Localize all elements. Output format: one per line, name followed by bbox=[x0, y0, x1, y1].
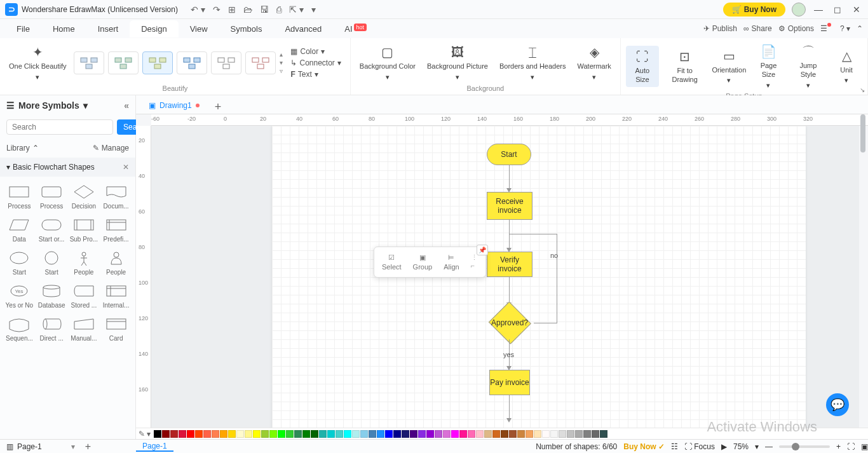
text-dropdown[interactable]: F Text ▾ bbox=[287, 69, 344, 80]
color-swatch[interactable] bbox=[311, 430, 318, 438]
help-button[interactable]: ? ▾ bbox=[840, 24, 850, 33]
page-setup-expand-icon[interactable]: ↘ bbox=[860, 86, 865, 93]
color-swatch[interactable] bbox=[327, 430, 335, 438]
shape-startor[interactable]: Start or... bbox=[36, 213, 67, 245]
color-swatch[interactable] bbox=[459, 430, 467, 438]
color-swatch[interactable] bbox=[592, 430, 599, 438]
shape-process[interactable]: Process bbox=[36, 180, 67, 212]
open-icon[interactable]: 🗁 bbox=[243, 4, 252, 15]
collapse-ribbon-button[interactable]: ⌃ bbox=[857, 24, 863, 33]
shape-subpro[interactable]: Sub Pro... bbox=[69, 213, 100, 245]
color-swatch[interactable] bbox=[583, 430, 591, 438]
zoom-level[interactable]: 75% bbox=[733, 442, 749, 451]
menu-advanced[interactable]: Advanced bbox=[273, 20, 333, 37]
save-icon[interactable]: 🖫 bbox=[260, 4, 269, 15]
connector-dropdown[interactable]: ↳ Connector ▾ bbox=[287, 57, 344, 69]
flowchart-start[interactable]: Start bbox=[487, 144, 531, 165]
menu-view[interactable]: View bbox=[179, 20, 219, 37]
scrollbar-thumb[interactable] bbox=[860, 114, 865, 152]
print-icon[interactable]: ⎙ bbox=[276, 4, 281, 15]
color-swatch[interactable] bbox=[385, 430, 393, 438]
color-swatch[interactable] bbox=[261, 430, 269, 438]
shape-predefi[interactable]: Predefi... bbox=[100, 213, 132, 245]
fc-arrow-1[interactable] bbox=[509, 165, 510, 191]
style-next-icon[interactable]: ▾ bbox=[280, 59, 283, 66]
float-pin-icon[interactable]: 📌 bbox=[477, 245, 488, 255]
style-preset-4[interactable] bbox=[177, 51, 207, 74]
more-qat-icon[interactable]: ▾ bbox=[311, 4, 316, 15]
page-dropdown-icon[interactable]: ▾ bbox=[71, 442, 75, 451]
menu-insert[interactable]: Insert bbox=[86, 20, 130, 37]
style-preset-6[interactable] bbox=[245, 51, 276, 74]
flowchart-receive[interactable]: Receive invoice bbox=[487, 192, 532, 220]
menu-home[interactable]: Home bbox=[41, 20, 86, 37]
buy-now-button[interactable]: 🛒 Buy Now bbox=[723, 3, 785, 17]
style-preset-1[interactable] bbox=[74, 51, 104, 74]
color-swatch[interactable] bbox=[492, 430, 500, 438]
layers-icon[interactable]: ☷ bbox=[671, 442, 678, 451]
color-swatch[interactable] bbox=[319, 430, 327, 438]
menu-design[interactable]: Design bbox=[130, 20, 178, 37]
color-swatch[interactable] bbox=[468, 430, 475, 438]
color-swatch[interactable] bbox=[484, 430, 492, 438]
color-swatch[interactable] bbox=[154, 430, 161, 438]
background-color-button[interactable]: ▢Background Color ▾ bbox=[356, 41, 419, 84]
color-swatch[interactable] bbox=[236, 430, 244, 438]
shape-data[interactable]: Data bbox=[4, 213, 35, 245]
menu-file[interactable]: File bbox=[5, 20, 41, 37]
page-tab[interactable]: Page-1 bbox=[136, 442, 173, 452]
page-select[interactable]: Page-1 bbox=[17, 442, 42, 451]
fit-drawing-button[interactable]: ⊡Fit to Drawing bbox=[663, 46, 707, 87]
fc-arrow-5[interactable] bbox=[509, 395, 510, 421]
close-button[interactable]: ✕ bbox=[850, 4, 863, 15]
export-icon[interactable]: ⇱ ▾ bbox=[289, 4, 304, 15]
sidebar-collapse-icon[interactable]: « bbox=[124, 100, 129, 111]
style-preset-5[interactable] bbox=[211, 51, 241, 74]
status-buy-now[interactable]: Buy Now ✓ bbox=[623, 442, 665, 451]
style-prev-icon[interactable]: ▴ bbox=[280, 51, 283, 58]
page-list-icon[interactable]: ▥ bbox=[6, 442, 13, 451]
chat-bubble-button[interactable]: 💬 bbox=[826, 393, 849, 416]
manage-button[interactable]: ✎ Manage bbox=[93, 144, 129, 152]
color-swatch[interactable] bbox=[187, 430, 194, 438]
menu-ai[interactable]: AIhot bbox=[333, 20, 378, 37]
color-swatch[interactable] bbox=[253, 430, 261, 438]
flowchart-verify[interactable]: Verify invoice bbox=[487, 252, 532, 277]
color-swatch[interactable] bbox=[286, 430, 294, 438]
color-swatch[interactable] bbox=[212, 430, 219, 438]
color-dropdown[interactable]: ▦ Color ▾ bbox=[287, 46, 344, 57]
fc-no-h1[interactable] bbox=[534, 323, 557, 323]
flowchart-approved[interactable]: Approved? bbox=[485, 306, 534, 339]
add-tab-button[interactable]: + bbox=[210, 100, 227, 114]
auto-size-button[interactable]: ⛶Auto Size bbox=[626, 46, 659, 87]
shape-internal[interactable]: Internal... bbox=[100, 280, 132, 311]
redo-icon[interactable]: ↷ bbox=[213, 4, 220, 15]
focus-mode-button[interactable]: ⛶ Focus bbox=[684, 442, 715, 451]
undo-icon[interactable]: ↶ ▾ bbox=[191, 4, 205, 15]
style-preset-3[interactable] bbox=[142, 51, 173, 74]
color-swatch[interactable] bbox=[501, 430, 508, 438]
color-swatch[interactable] bbox=[245, 430, 252, 438]
color-swatch[interactable] bbox=[360, 430, 368, 438]
watermark-button[interactable]: ◈Watermark ▾ bbox=[573, 41, 614, 84]
color-swatch[interactable] bbox=[162, 430, 170, 438]
shape-manual[interactable]: Manual... bbox=[69, 313, 100, 344]
document-tab[interactable]: ▣ Drawing1 bbox=[141, 97, 207, 114]
add-page-button[interactable]: + bbox=[85, 441, 91, 452]
fc-no-v[interactable] bbox=[557, 234, 557, 323]
shape-docum[interactable]: Docum... bbox=[100, 180, 132, 212]
shape-stored[interactable]: Stored ... bbox=[69, 280, 100, 311]
color-swatch[interactable] bbox=[170, 430, 178, 438]
shape-process[interactable]: Process bbox=[4, 180, 35, 212]
jump-style-button[interactable]: ⌒Jump Style ▾ bbox=[790, 41, 827, 92]
style-more-icon[interactable]: ▿ bbox=[280, 67, 283, 74]
unit-button[interactable]: △Unit ▾ bbox=[831, 45, 862, 88]
notification-button[interactable]: ☰ bbox=[820, 24, 834, 33]
color-swatch[interactable] bbox=[278, 430, 285, 438]
color-swatch[interactable] bbox=[567, 430, 574, 438]
flowchart-pay[interactable]: Pay invoice bbox=[489, 370, 530, 395]
color-swatch[interactable] bbox=[195, 430, 203, 438]
page[interactable]: Start Receive invoice Verify invoice App… bbox=[272, 126, 806, 439]
category-header[interactable]: ▾ Basic Flowchart Shapes ✕ bbox=[0, 158, 135, 177]
background-picture-button[interactable]: 🖼Background Picture ▾ bbox=[423, 41, 492, 84]
